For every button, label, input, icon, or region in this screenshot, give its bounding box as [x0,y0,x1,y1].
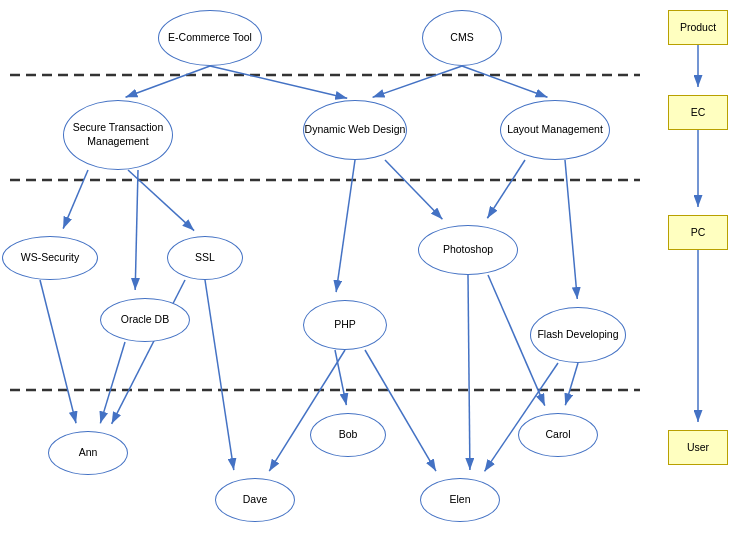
node-ssl: SSL [167,236,243,280]
node-dave: Dave [215,478,295,522]
node-bob: Bob [310,413,386,457]
node-photoshop: Photoshop [418,225,518,275]
right-node-ec: EC [668,95,728,130]
node-cms: CMS [422,10,502,66]
svg-line-18 [205,280,234,470]
node-php: PHP [303,300,387,350]
node-elen: Elen [420,478,500,522]
svg-line-21 [365,350,436,471]
node-secure_tx: Secure Transaction Management [63,100,173,170]
svg-line-6 [373,66,462,97]
node-ws_security: WS-Security [2,236,98,280]
diagram-container: E-Commerce ToolCMSSecure Transaction Man… [0,0,740,543]
node-flash_dev: Flash Developing [530,307,626,363]
svg-line-16 [100,342,125,423]
svg-line-13 [487,160,525,218]
right-node-user: User [668,430,728,465]
right-node-pc: PC [668,215,728,250]
node-dynamic_web: Dynamic Web Design [303,100,407,160]
svg-line-14 [565,160,577,299]
svg-line-7 [462,66,547,97]
svg-line-8 [63,170,88,229]
node-carol: Carol [518,413,598,457]
svg-line-19 [335,350,346,405]
svg-line-11 [336,160,355,292]
svg-line-5 [210,66,347,98]
node-ann: Ann [48,431,128,475]
svg-line-4 [126,66,210,97]
node-ecommerce: E-Commerce Tool [158,10,262,66]
svg-line-22 [468,275,470,470]
svg-line-10 [135,170,138,290]
node-layout_mgmt: Layout Management [500,100,610,160]
node-oracle_db: Oracle DB [100,298,190,342]
right-node-product: Product [668,10,728,45]
svg-line-23 [565,363,578,405]
svg-line-12 [385,160,442,219]
svg-line-15 [40,280,76,423]
svg-line-9 [128,170,194,231]
